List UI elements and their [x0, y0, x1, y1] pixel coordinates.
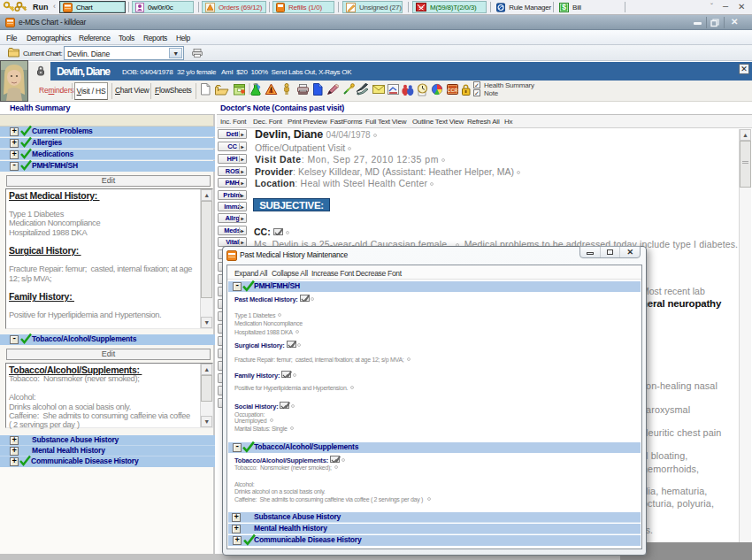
- svg-text:CCR: CCR: [448, 88, 458, 93]
- svg-text:$: $: [562, 3, 566, 12]
